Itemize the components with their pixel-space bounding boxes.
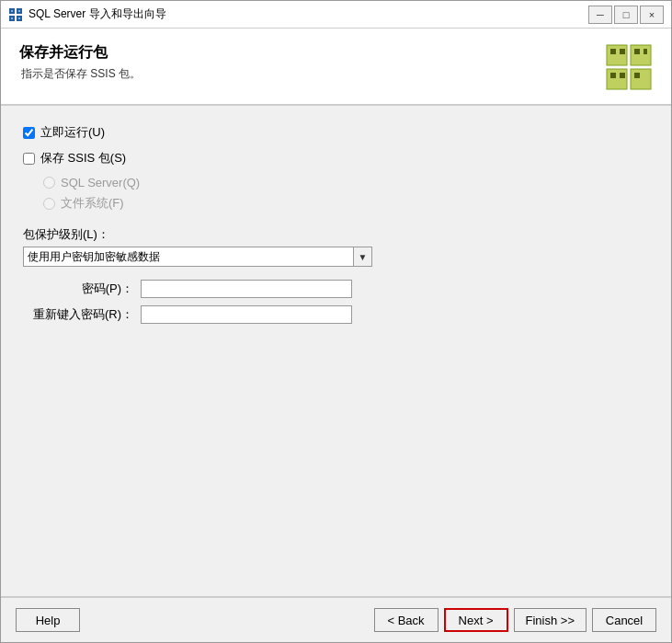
svg-rect-15 (634, 73, 640, 78)
password-row: 密码(P)： (23, 280, 649, 298)
finish-button[interactable]: Finish >> (514, 608, 587, 632)
sql-server-radio-label: SQL Server(Q) (61, 176, 140, 189)
password-label: 密码(P)： (23, 281, 133, 297)
page-subtitle: 指示是否保存 SSIS 包。 (21, 66, 605, 82)
retype-password-input[interactable] (141, 305, 352, 324)
svg-rect-13 (634, 49, 640, 54)
title-bar: SQL Server 导入和导出向导 ─ □ × (1, 1, 671, 29)
svg-rect-17 (644, 49, 647, 54)
immediate-run-checkbox[interactable] (23, 127, 35, 139)
dropdown-container: 使用用户密钥加密敏感数据 ▼ (23, 247, 649, 267)
close-button[interactable]: × (640, 6, 664, 24)
destination-radio-group: SQL Server(Q) 文件系统(F) (43, 176, 649, 212)
main-window: SQL Server 导入和导出向导 ─ □ × 保存并运行包 指示是否保存 S… (0, 0, 672, 643)
svg-rect-11 (631, 69, 651, 89)
back-button[interactable]: < Back (374, 608, 439, 632)
minimize-button[interactable]: ─ (588, 6, 612, 24)
save-ssis-checkbox[interactable] (23, 153, 35, 165)
content-area: 立即运行(U) 保存 SSIS 包(S) SQL Server(Q) 文件系统(… (1, 106, 671, 596)
svg-rect-6 (11, 17, 13, 19)
svg-rect-8 (607, 45, 627, 65)
svg-rect-4 (11, 10, 13, 12)
header-section: 保存并运行包 指示是否保存 SSIS 包。 (1, 29, 671, 106)
file-system-radio-row: 文件系统(F) (43, 195, 649, 212)
protection-level-label: 包保护级别(L)： (23, 226, 649, 243)
app-icon (8, 7, 23, 22)
svg-rect-10 (607, 69, 627, 89)
window-title: SQL Server 导入和导出向导 (28, 6, 588, 22)
footer: Help < Back Next > Finish >> Cancel (1, 596, 671, 642)
help-button[interactable]: Help (16, 608, 80, 632)
sql-server-radio-row: SQL Server(Q) (43, 176, 649, 189)
svg-rect-12 (610, 49, 616, 54)
window-controls: ─ □ × (588, 6, 664, 24)
file-system-radio-label: 文件系统(F) (61, 195, 124, 212)
maximize-button[interactable]: □ (614, 6, 638, 24)
next-button[interactable]: Next > (444, 608, 508, 632)
immediate-run-row: 立即运行(U) (23, 124, 649, 141)
file-system-radio[interactable] (43, 198, 55, 210)
sql-server-radio[interactable] (43, 177, 55, 189)
svg-rect-14 (610, 73, 616, 78)
protection-level-dropdown[interactable]: 使用用户密钥加密敏感数据 (23, 247, 354, 267)
retype-password-row: 重新键入密码(R)： (23, 305, 649, 324)
password-input[interactable] (141, 280, 352, 298)
protection-level-group: 包保护级别(L)： 使用用户密钥加密敏感数据 ▼ (23, 226, 649, 267)
header-text: 保存并运行包 指示是否保存 SSIS 包。 (19, 43, 605, 82)
svg-rect-5 (18, 10, 20, 12)
svg-rect-16 (620, 49, 625, 54)
save-ssis-label[interactable]: 保存 SSIS 包(S) (40, 150, 126, 166)
header-icon (605, 43, 653, 91)
footer-left: Help (16, 608, 369, 632)
svg-rect-7 (18, 17, 20, 19)
cancel-button[interactable]: Cancel (592, 608, 656, 632)
retype-password-label: 重新键入密码(R)： (23, 306, 133, 323)
svg-rect-18 (620, 73, 625, 78)
footer-right: < Back Next > Finish >> Cancel (374, 608, 656, 632)
dropdown-arrow-icon[interactable]: ▼ (354, 247, 372, 267)
svg-rect-9 (631, 45, 651, 65)
page-title: 保存并运行包 (19, 43, 605, 63)
save-ssis-row: 保存 SSIS 包(S) (23, 150, 649, 166)
immediate-run-label[interactable]: 立即运行(U) (40, 124, 105, 141)
